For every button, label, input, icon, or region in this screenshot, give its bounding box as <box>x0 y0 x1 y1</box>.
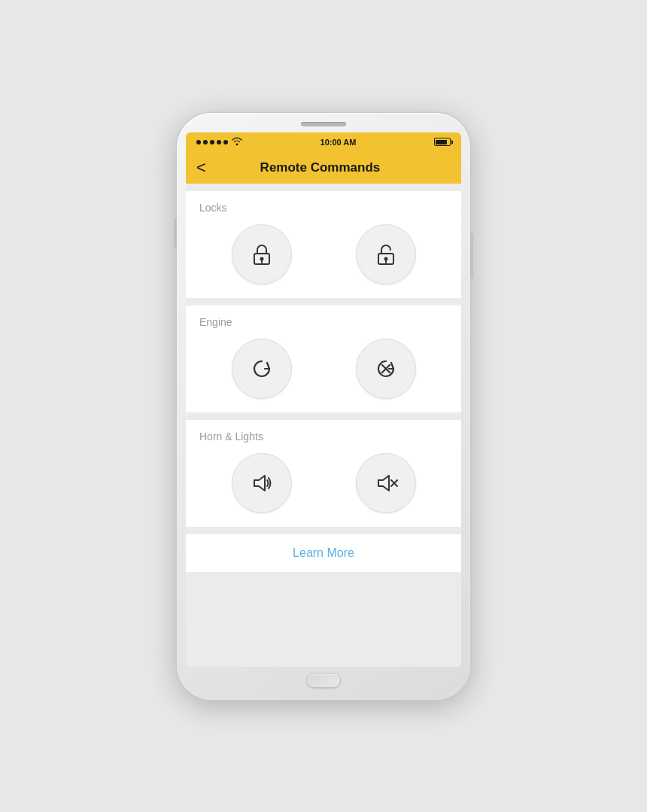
unlock-button[interactable] <box>356 224 416 284</box>
home-button[interactable] <box>306 673 341 688</box>
phone-screen: 10:00 AM < Remote Commands Locks <box>186 132 461 667</box>
dot-2 <box>203 140 208 144</box>
engine-start-icon <box>248 355 275 382</box>
engine-buttons-row <box>199 339 448 399</box>
wifi-icon <box>232 137 242 147</box>
svg-marker-8 <box>254 476 265 491</box>
svg-marker-9 <box>378 476 389 491</box>
locks-section: Locks <box>186 191 461 298</box>
status-bar: 10:00 AM <box>186 132 461 152</box>
status-left <box>196 137 242 147</box>
engine-start-button[interactable] <box>232 339 292 399</box>
status-time: 10:00 AM <box>320 138 357 147</box>
lock-open-icon <box>372 241 399 268</box>
phone-frame: 10:00 AM < Remote Commands Locks <box>177 113 470 700</box>
battery-fill <box>436 140 446 144</box>
side-button-left <box>174 218 177 248</box>
dot-3 <box>210 140 214 144</box>
horn-off-button[interactable] <box>356 453 416 513</box>
engine-stop-icon <box>372 355 399 382</box>
horn-on-icon <box>248 470 275 497</box>
dot-4 <box>217 140 221 144</box>
horn-lights-label: Horn & Lights <box>199 430 448 442</box>
locks-label: Locks <box>199 202 448 214</box>
speaker-slot <box>301 122 346 126</box>
nav-title: Remote Commands <box>206 160 434 175</box>
signal-dots <box>196 140 228 144</box>
nav-bar: < Remote Commands <box>186 152 461 184</box>
lock-button[interactable] <box>232 224 292 284</box>
lock-closed-icon <box>248 241 275 268</box>
locks-buttons-row <box>199 224 448 284</box>
learn-more-section: Learn More <box>186 534 461 572</box>
dot-5 <box>223 140 228 144</box>
battery-icon <box>434 138 451 146</box>
home-button-area <box>306 673 341 688</box>
horn-buttons-row <box>199 453 448 513</box>
horn-on-button[interactable] <box>232 453 292 513</box>
dot-1 <box>196 140 201 144</box>
engine-section: Engine <box>186 306 461 412</box>
side-button-right <box>470 233 473 278</box>
content-area: Locks <box>186 184 461 667</box>
back-button[interactable]: < <box>196 160 206 176</box>
engine-stop-button[interactable] <box>356 339 416 399</box>
learn-more-button[interactable]: Learn More <box>186 534 461 572</box>
engine-label: Engine <box>199 316 448 328</box>
horn-lights-section: Horn & Lights <box>186 420 461 527</box>
horn-off-icon <box>372 470 399 497</box>
